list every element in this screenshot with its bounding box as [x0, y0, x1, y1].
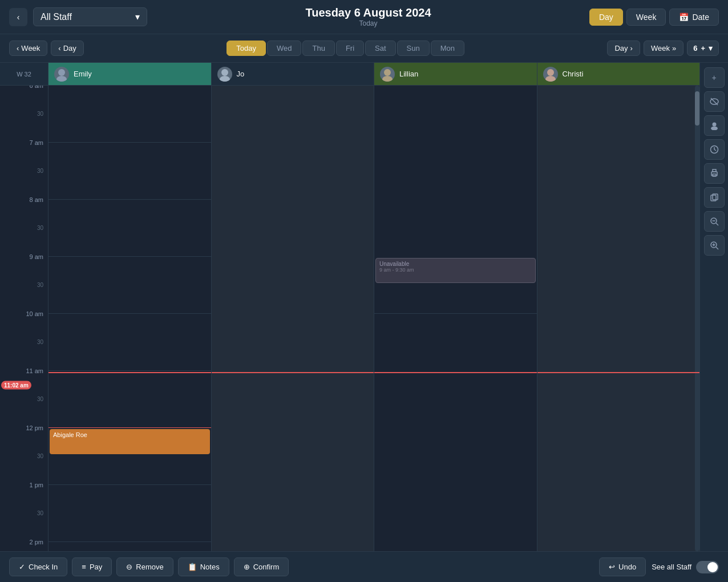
main-date: Tuesday 6 August 2024 — [305, 6, 431, 19]
time-8am: 8 am — [0, 200, 48, 228]
event-abigale-roe[interactable]: Abigale Roe — [50, 429, 210, 454]
dropdown-chevron-icon: ▾ — [135, 11, 140, 22]
pay-button[interactable]: ≡ Pay — [72, 557, 112, 576]
clock-tool-button[interactable] — [704, 139, 725, 160]
plus-icon[interactable]: + — [701, 44, 705, 52]
chevron-left-icon: ‹ — [17, 44, 19, 52]
see-all-toggle[interactable] — [696, 561, 719, 573]
scroll-indicator[interactable] — [695, 86, 699, 551]
notes-icon: 📋 — [188, 563, 197, 571]
time-7am: 7 am — [0, 143, 48, 171]
confirm-button[interactable]: ⊕ Confirm — [234, 557, 289, 576]
staff-name-jo: Jo — [237, 70, 245, 78]
event-unavailable-label: Unavailable — [379, 261, 532, 267]
staff-col-jo — [212, 86, 375, 551]
tab-sat[interactable]: Sat — [365, 41, 396, 56]
staff-col-lillian: Unavailable 9 am - 9:30 am — [374, 86, 537, 551]
calendar-scroll[interactable]: 6 am 30 7 am 30 8 am 30 9 am 30 10 am 30… — [0, 86, 699, 551]
time-130: 30 — [0, 514, 48, 542]
time-9am: 9 am — [0, 257, 48, 285]
dropdown-icon[interactable]: ▾ — [709, 44, 713, 52]
staff-header-christi: Christi — [537, 63, 700, 85]
back-button[interactable]: ‹ — [9, 8, 27, 26]
staff-select-label: All Staff — [41, 12, 72, 22]
staff-header-jo: Jo — [212, 63, 375, 85]
svg-point-11 — [711, 127, 718, 131]
day-tabs: Today Wed Thu Fri Sat Sun Mon — [227, 41, 464, 56]
staff-header-emily: Emily — [48, 63, 212, 85]
bottom-actions: ✓ Check In ≡ Pay ⊖ Remove 📋 Notes ⊕ Conf… — [9, 557, 289, 576]
staff-header-lillian: Lillian — [374, 63, 537, 85]
week-nav-button[interactable]: ‹ Week — [9, 41, 47, 56]
remove-icon: ⊖ — [126, 563, 132, 571]
checkin-button[interactable]: ✓ Check In — [9, 557, 67, 576]
avatar-emily — [54, 67, 69, 82]
top-header-center: Tuesday 6 August 2024 Today — [305, 6, 431, 27]
ctrl-week-button[interactable]: Week » — [644, 41, 683, 56]
time-730: 30 — [0, 171, 48, 200]
add-tool-button[interactable]: + — [704, 67, 725, 88]
avatar-lillian — [380, 67, 395, 82]
staff-columns: Abigale Roe 5 pm — [48, 86, 699, 551]
time-12pm: 12 pm — [0, 428, 48, 456]
tab-wed[interactable]: Wed — [267, 41, 302, 56]
day-nav-button[interactable]: ‹ Day — [51, 41, 83, 56]
top-header-left: ‹ All Staff ▾ — [9, 7, 147, 26]
print-tool-button[interactable] — [704, 163, 725, 184]
tab-thu[interactable]: Thu — [302, 41, 334, 56]
avatar-christi — [543, 67, 558, 82]
sub-date: Today — [305, 19, 431, 27]
week-view-button[interactable]: Week — [626, 9, 666, 26]
svg-point-0 — [58, 69, 65, 76]
now-line-lillian — [374, 372, 537, 373]
calendar-main: W 32 Emily Jo Lillian — [0, 63, 699, 551]
confirm-icon: ⊕ — [244, 563, 250, 571]
double-chevron-right-icon: » — [672, 44, 676, 52]
time-gutter: 6 am 30 7 am 30 8 am 30 9 am 30 10 am 30… — [0, 86, 48, 551]
time-930: 30 — [0, 285, 48, 314]
svg-line-21 — [716, 223, 718, 225]
right-sidebar-tools: + — [699, 63, 728, 551]
user-tool-button[interactable] — [704, 115, 725, 136]
scroll-thumb[interactable] — [695, 91, 699, 126]
tab-today[interactable]: Today — [227, 41, 266, 56]
time-1030: 30 — [0, 342, 48, 371]
time-630: 30 — [0, 114, 48, 143]
top-header-right: Day Week 📅 Date — [589, 9, 719, 26]
tab-fri[interactable]: Fri — [336, 41, 364, 56]
calendar-icon: 📅 — [679, 13, 689, 22]
second-header: ‹ Week ‹ Day Today Wed Thu Fri Sat Sun M… — [0, 34, 728, 63]
now-badge: 11:02 am — [1, 381, 31, 390]
bottom-right: ↩ Undo See all Staff — [599, 557, 719, 576]
remove-button[interactable]: ⊖ Remove — [116, 557, 173, 576]
event-unavailable[interactable]: Unavailable 9 am - 9:30 am — [375, 258, 536, 283]
day-view-button[interactable]: Day — [589, 9, 623, 26]
now-line-jo — [212, 372, 374, 373]
staff-col-christi — [537, 86, 700, 551]
undo-icon: ↩ — [609, 563, 615, 571]
tab-mon[interactable]: Mon — [431, 41, 464, 56]
checkin-icon: ✓ — [19, 563, 25, 571]
undo-button[interactable]: ↩ Undo — [599, 557, 646, 576]
svg-rect-16 — [713, 169, 716, 172]
week-label: W 32 — [0, 63, 48, 85]
svg-point-7 — [545, 76, 556, 82]
svg-point-10 — [712, 123, 716, 127]
pay-icon: ≡ — [82, 563, 86, 571]
date-view-button[interactable]: 📅 Date — [669, 9, 719, 26]
ctrl-day-button[interactable]: Day › — [607, 41, 640, 56]
tab-sun[interactable]: Sun — [397, 41, 430, 56]
svg-line-24 — [716, 247, 718, 249]
staff-name-emily: Emily — [74, 70, 92, 78]
copy-tool-button[interactable] — [704, 187, 725, 208]
zoom-in-tool-button[interactable] — [704, 235, 725, 256]
notes-button[interactable]: 📋 Notes — [178, 557, 229, 576]
staff-select-dropdown[interactable]: All Staff ▾ — [33, 7, 147, 26]
svg-line-14 — [714, 149, 716, 151]
svg-point-2 — [221, 69, 228, 76]
now-line-emily — [48, 372, 211, 373]
staff-name-lillian: Lillian — [399, 70, 418, 78]
bottom-bar: ✓ Check In ≡ Pay ⊖ Remove 📋 Notes ⊕ Conf… — [0, 551, 728, 582]
zoom-out-tool-button[interactable] — [704, 211, 725, 232]
hide-tool-button[interactable] — [704, 91, 725, 112]
